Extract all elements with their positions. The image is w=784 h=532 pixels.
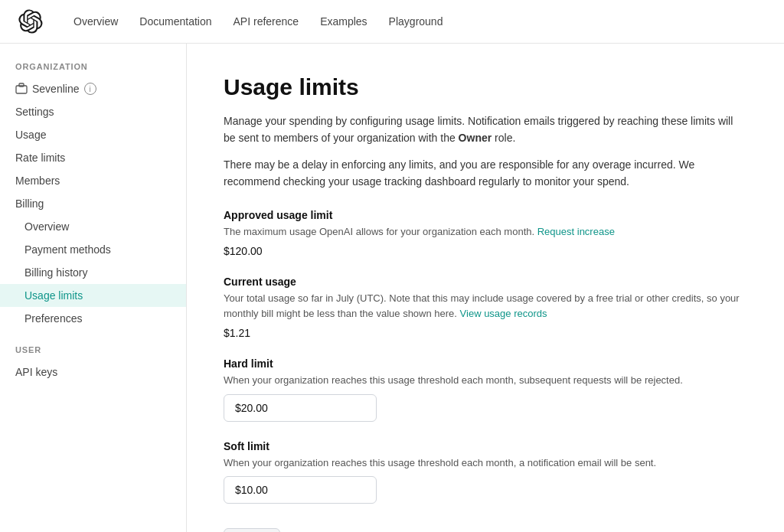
approved-value: $120.00: [224, 245, 747, 257]
view-usage-records-link[interactable]: View usage records: [460, 308, 547, 319]
sidebar-billing-overview[interactable]: Overview: [0, 215, 186, 238]
current-title: Current usage: [224, 276, 747, 288]
layout: ORGANIZATION Sevenline i Settings Usage …: [0, 44, 784, 532]
intro-text-1: Manage your spending by configuring usag…: [224, 113, 747, 147]
soft-limit-input[interactable]: [224, 476, 377, 504]
info-icon[interactable]: i: [84, 83, 96, 95]
user-section-label: USER: [0, 345, 186, 361]
sidebar-preferences[interactable]: Preferences: [0, 307, 186, 330]
hard-limit-title: Hard limit: [224, 357, 747, 370]
current-usage-section: Current usage Your total usage so far in…: [224, 276, 747, 339]
soft-limit-title: Soft limit: [224, 440, 747, 452]
sidebar-rate-limits[interactable]: Rate limits: [0, 146, 186, 169]
org-section-label: ORGANIZATION: [0, 62, 186, 77]
sidebar-usage[interactable]: Usage: [0, 123, 186, 146]
approved-usage-section: Approved usage limit The maximum usage O…: [224, 209, 747, 258]
soft-limit-section: Soft limit When your organization reache…: [224, 440, 747, 504]
approved-desc: The maximum usage OpenAI allows for your…: [224, 224, 747, 240]
top-nav: Overview Documentation API reference Exa…: [0, 0, 784, 44]
org-row[interactable]: Sevenline i: [0, 77, 186, 100]
svg-rect-1: [19, 83, 24, 86]
sidebar-billing[interactable]: Billing: [0, 192, 186, 215]
nav-api-reference[interactable]: API reference: [234, 12, 299, 31]
nav-overview[interactable]: Overview: [74, 12, 118, 31]
current-desc: Your total usage so far in July (UTC). N…: [224, 291, 747, 321]
sidebar-billing-history[interactable]: Billing history: [0, 261, 186, 284]
current-value: $1.21: [224, 327, 747, 339]
nav-examples[interactable]: Examples: [320, 12, 367, 31]
approved-title: Approved usage limit: [224, 209, 747, 221]
page-title: Usage limits: [224, 74, 747, 100]
nav-playground[interactable]: Playground: [389, 12, 443, 31]
hard-limit-section: Hard limit When your organization reache…: [224, 357, 747, 422]
sidebar-usage-limits[interactable]: Usage limits: [0, 284, 186, 307]
hard-limit-desc: When your organization reaches this usag…: [224, 373, 747, 388]
request-increase-link[interactable]: Request increase: [537, 226, 615, 237]
intro-text-2: There may be a delay in enforcing any li…: [224, 156, 747, 191]
nav-documentation[interactable]: Documentation: [139, 12, 211, 31]
hard-limit-input[interactable]: [224, 394, 377, 422]
sidebar-payment-methods[interactable]: Payment methods: [0, 238, 186, 261]
soft-limit-desc: When your organization reaches this usag…: [224, 455, 747, 471]
sidebar-settings[interactable]: Settings: [0, 100, 186, 123]
org-name: Sevenline: [32, 83, 80, 95]
sidebar-api-keys[interactable]: API keys: [0, 361, 186, 383]
main-content: Usage limits Manage your spending by con…: [187, 44, 784, 532]
nav-links: Overview Documentation API reference Exa…: [74, 12, 443, 31]
openai-logo: [18, 9, 43, 34]
sidebar-members[interactable]: Members: [0, 169, 186, 192]
save-button[interactable]: Save: [224, 528, 280, 532]
sidebar: ORGANIZATION Sevenline i Settings Usage …: [0, 44, 187, 532]
org-icon: [15, 83, 28, 95]
